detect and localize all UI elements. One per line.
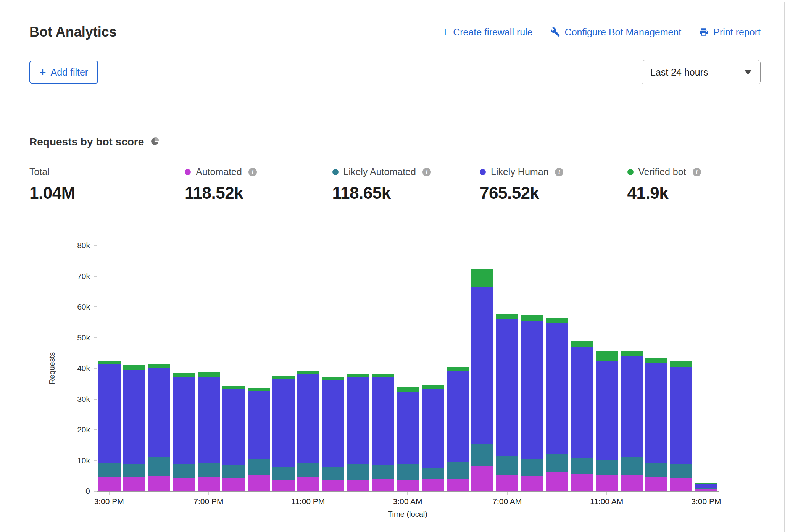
bar-segment-verified-bot xyxy=(596,351,618,361)
bar-segment-automated xyxy=(372,479,394,491)
plus-icon: + xyxy=(39,66,46,78)
bar-column[interactable] xyxy=(371,245,395,491)
bar-segment-automated xyxy=(272,480,295,491)
info-icon[interactable]: i xyxy=(248,168,257,176)
bar-segment-likely-automated xyxy=(98,463,121,477)
bar-column[interactable] xyxy=(122,245,147,491)
bar-segment-automated xyxy=(546,472,568,491)
info-icon[interactable]: i xyxy=(693,168,701,176)
x-axis-tick-label: 11:00 AM xyxy=(590,497,623,506)
bar-column[interactable] xyxy=(171,245,196,491)
print-report-link[interactable]: Print report xyxy=(699,27,761,38)
bar-segment-verified-bot xyxy=(222,386,245,389)
bar-column[interactable] xyxy=(321,245,345,491)
plus-icon: + xyxy=(442,26,449,38)
bar-segment-verified-bot xyxy=(198,372,220,376)
bar-segment-likely-human xyxy=(322,380,344,466)
main-content: Requests by bot score Total 1.04M Automa… xyxy=(4,105,784,519)
bar-segment-automated xyxy=(471,466,493,491)
stat-likely-human-value: 765.52k xyxy=(480,184,613,203)
bar-segment-likely-human xyxy=(123,370,145,464)
pie-chart-icon xyxy=(150,136,160,148)
y-axis-tick-label: 20k xyxy=(77,425,90,434)
y-axis-tick xyxy=(94,337,97,338)
bar-column[interactable] xyxy=(694,245,719,491)
bar-segment-verified-bot xyxy=(322,377,344,381)
bar-segment-likely-human xyxy=(297,374,319,463)
bar-column[interactable] xyxy=(147,245,171,491)
bar-column[interactable] xyxy=(669,245,694,491)
x-axis-tick-label: 7:00 PM xyxy=(193,497,223,506)
bar-column[interactable] xyxy=(246,245,271,491)
bar-segment-likely-human xyxy=(98,364,121,463)
stacked-bar xyxy=(571,245,593,491)
bar-column[interactable] xyxy=(395,245,420,491)
y-axis-tick-label: 10k xyxy=(77,456,90,465)
stacked-bar xyxy=(347,245,369,491)
bar-column[interactable] xyxy=(197,245,221,491)
bar-segment-likely-automated xyxy=(148,457,170,476)
info-icon[interactable]: i xyxy=(555,168,563,176)
bar-segment-verified-bot xyxy=(148,364,170,368)
bar-segment-likely-human xyxy=(496,319,518,456)
bar-column[interactable] xyxy=(495,245,520,491)
x-axis-tick-label: 3:00 AM xyxy=(393,497,422,506)
bar-column[interactable] xyxy=(97,245,122,491)
bar-column[interactable] xyxy=(221,245,246,491)
requests-by-bot-score-chart: Requests 010k20k30k40k50k60k70k80k 3:00 … xyxy=(29,245,760,519)
stacked-bar xyxy=(198,245,220,491)
x-axis-tick xyxy=(109,492,109,495)
bar-column[interactable] xyxy=(420,245,445,491)
x-axis-tick-label: 7:00 AM xyxy=(492,497,522,506)
stacked-bar xyxy=(98,245,121,491)
bar-segment-likely-automated xyxy=(123,464,145,477)
stat-likely-automated-label: Likely Automated xyxy=(343,166,416,177)
bar-column[interactable] xyxy=(296,245,321,491)
stacked-bar xyxy=(322,245,344,491)
stacked-bar xyxy=(422,245,444,491)
bar-column[interactable] xyxy=(445,245,470,491)
stacked-bar xyxy=(372,245,394,491)
y-axis-tick xyxy=(94,245,97,246)
create-firewall-rule-link[interactable]: + Create firewall rule xyxy=(442,26,533,38)
bar-column[interactable] xyxy=(594,245,619,491)
stat-total: Total 1.04M xyxy=(29,166,170,203)
wrench-icon xyxy=(550,27,560,37)
bar-segment-automated xyxy=(322,480,344,491)
bar-segment-likely-automated xyxy=(372,465,394,479)
bar-segment-verified-bot xyxy=(123,365,145,370)
stacked-bar xyxy=(521,245,543,491)
create-firewall-rule-label: Create firewall rule xyxy=(453,27,532,38)
bar-column[interactable] xyxy=(619,245,644,491)
bar-column[interactable] xyxy=(346,245,371,491)
configure-bot-management-link[interactable]: Configure Bot Management xyxy=(550,27,682,38)
bar-segment-likely-human xyxy=(521,321,543,459)
bar-segment-verified-bot xyxy=(422,385,444,389)
x-axis-tick xyxy=(408,492,408,495)
bar-column[interactable] xyxy=(520,245,545,491)
likely-human-legend-dot xyxy=(480,169,486,175)
bar-segment-automated xyxy=(621,475,643,491)
bar-segment-automated xyxy=(496,475,518,491)
y-axis-tick xyxy=(94,460,97,461)
info-icon[interactable]: i xyxy=(422,168,431,176)
bar-segment-likely-automated xyxy=(496,456,518,475)
likely-automated-legend-dot xyxy=(332,169,339,175)
bar-segment-automated xyxy=(222,478,245,491)
x-axis-tick xyxy=(208,492,209,495)
stat-verified-bot-label: Verified bot xyxy=(638,166,686,177)
add-filter-button[interactable]: + Add filter xyxy=(29,61,98,84)
time-range-dropdown[interactable]: Last 24 hours xyxy=(642,60,761,84)
bar-column[interactable] xyxy=(271,245,296,491)
bar-segment-likely-human xyxy=(173,377,195,463)
y-axis-tick-label: 30k xyxy=(77,395,90,404)
bar-column[interactable] xyxy=(644,245,669,491)
bar-column[interactable] xyxy=(545,245,569,491)
bar-column[interactable] xyxy=(569,245,594,491)
y-axis-tick xyxy=(94,368,97,369)
bar-column[interactable] xyxy=(470,245,495,491)
x-axis-title: Time (local) xyxy=(97,510,719,519)
automated-legend-dot xyxy=(185,169,191,175)
bar-segment-likely-human xyxy=(447,371,469,462)
time-range-value: Last 24 hours xyxy=(650,67,708,78)
